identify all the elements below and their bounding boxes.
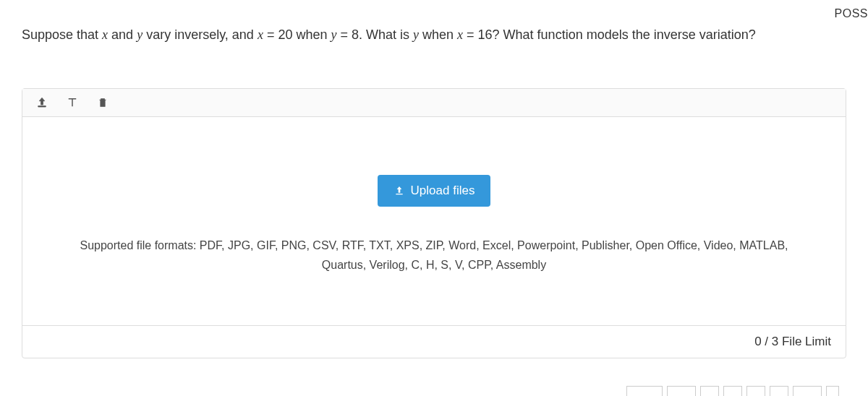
- question-part: = 8. What is: [336, 27, 413, 42]
- bottom-control-box[interactable]: [626, 386, 663, 396]
- question-part: when: [419, 27, 457, 42]
- file-limit-text: 0 / 3 File Limit: [754, 335, 831, 348]
- bottom-control-box[interactable]: [723, 386, 742, 396]
- top-right-label: POSS: [835, 7, 868, 20]
- file-limit-bar: 0 / 3 File Limit: [22, 325, 846, 358]
- variable-x: x: [258, 27, 263, 42]
- upload-toolbar: [22, 89, 846, 117]
- upload-panel: Upload files Supported file formats: PDF…: [22, 88, 846, 358]
- bottom-control-box[interactable]: [746, 386, 765, 396]
- question-part: and: [108, 27, 137, 42]
- upload-icon[interactable]: [35, 96, 48, 109]
- upload-icon: [393, 185, 405, 197]
- question-part: = 20 when: [263, 27, 331, 42]
- upload-body: Upload files Supported file formats: PDF…: [22, 117, 846, 325]
- question-part: vary inversely, and: [142, 27, 258, 42]
- question-part: Suppose that: [22, 27, 102, 42]
- supported-formats-text: Supported file formats: PDF, JPG, GIF, P…: [51, 236, 817, 296]
- bottom-control-box[interactable]: [793, 386, 822, 396]
- bottom-control-box[interactable]: [667, 386, 696, 396]
- bottom-control-box[interactable]: [770, 386, 788, 396]
- text-icon[interactable]: [66, 96, 79, 109]
- upload-files-button[interactable]: Upload files: [378, 175, 491, 207]
- variable-x: x: [102, 27, 108, 42]
- bottom-controls: [626, 386, 839, 396]
- question-text: Suppose that x and y vary inversely, and…: [0, 0, 868, 45]
- trash-icon[interactable]: [96, 96, 109, 109]
- variable-y: y: [413, 27, 419, 42]
- bottom-control-box[interactable]: [826, 386, 839, 396]
- question-part: = 16? What function models the inverse v…: [463, 27, 756, 42]
- upload-button-label: Upload files: [411, 184, 475, 198]
- bottom-control-box[interactable]: [700, 386, 719, 396]
- variable-x: x: [457, 27, 463, 42]
- variable-y: y: [137, 27, 142, 42]
